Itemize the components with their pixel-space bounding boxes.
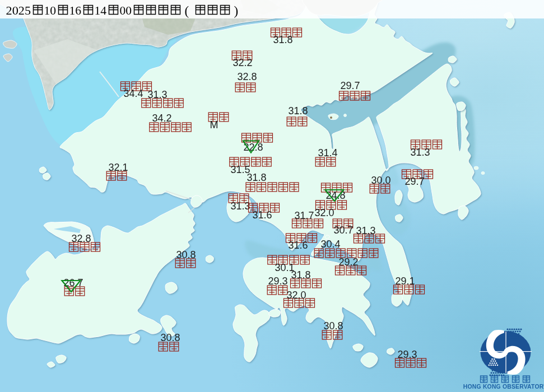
svg-text:14: 14 [95, 4, 107, 17]
svg-text:31.8: 31.8 [273, 34, 292, 45]
svg-text:00: 00 [120, 4, 132, 17]
svg-text:30.8: 30.8 [176, 249, 196, 260]
svg-text:30.7: 30.7 [333, 225, 353, 236]
svg-text:31.8: 31.8 [291, 269, 310, 281]
svg-text:34.2: 34.2 [152, 113, 171, 124]
svg-text:31.6: 31.6 [252, 209, 272, 221]
svg-text:30.0: 30.0 [371, 175, 390, 186]
svg-text:29.7: 29.7 [340, 80, 360, 91]
svg-text:16: 16 [69, 4, 82, 17]
svg-text:31.3: 31.3 [147, 89, 167, 100]
svg-text:10: 10 [44, 4, 57, 17]
svg-text:HONG KONG OBSERVATORY: HONG KONG OBSERVATORY [463, 384, 544, 390]
svg-text:32.1: 32.1 [108, 162, 128, 173]
svg-text:29.2: 29.2 [338, 256, 358, 268]
svg-text:(: ( [185, 4, 189, 18]
svg-text:31.7: 31.7 [294, 210, 314, 221]
svg-text:32.8: 32.8 [71, 233, 91, 244]
svg-text:29.3: 29.3 [268, 276, 287, 287]
svg-text:30.4: 30.4 [320, 239, 340, 250]
svg-text:29.1: 29.1 [395, 276, 415, 287]
svg-text:31.3: 31.3 [356, 225, 375, 236]
svg-text:29.7: 29.7 [404, 176, 424, 187]
svg-text:31.3: 31.3 [410, 147, 430, 158]
svg-text:31.6: 31.6 [288, 240, 308, 251]
svg-text:32.0: 32.0 [286, 290, 306, 301]
svg-text:2025: 2025 [6, 4, 31, 17]
svg-text:M: M [210, 119, 218, 130]
svg-text:30.8: 30.8 [323, 320, 343, 332]
svg-text:31.3: 31.3 [230, 200, 250, 212]
svg-text:22.8: 22.8 [243, 142, 263, 153]
svg-text:30.8: 30.8 [160, 332, 180, 343]
svg-text:31.8: 31.8 [288, 105, 308, 116]
svg-text:29.3: 29.3 [397, 349, 417, 360]
svg-text:32.2: 32.2 [233, 57, 252, 68]
svg-text:32.0: 32.0 [314, 207, 334, 218]
svg-text:34.4: 34.4 [123, 88, 143, 99]
svg-text:): ) [234, 4, 239, 18]
svg-text:32.8: 32.8 [237, 71, 257, 82]
svg-text:31.4: 31.4 [318, 147, 337, 158]
svg-text:31.8: 31.8 [247, 172, 266, 183]
